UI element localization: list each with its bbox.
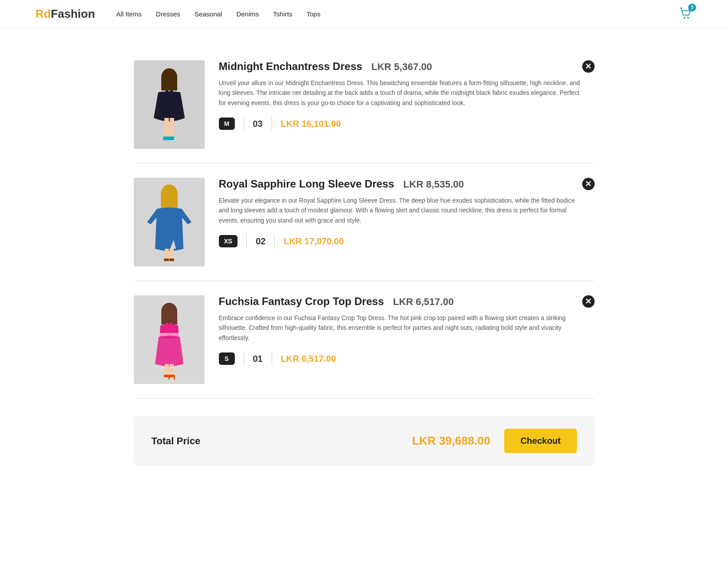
- size-badge: M: [219, 117, 235, 130]
- remove-item-button[interactable]: ✕: [582, 295, 595, 308]
- item-image: [134, 178, 205, 266]
- svg-rect-26: [170, 323, 172, 331]
- item-quantity: 03: [253, 119, 263, 129]
- svg-rect-17: [170, 249, 174, 260]
- svg-rect-15: [161, 194, 178, 209]
- dress-svg-black: [134, 60, 205, 149]
- svg-rect-28: [170, 364, 174, 376]
- item-price-unit: LKR 6,517.00: [393, 296, 454, 307]
- item-price-unit: LKR 5,367.00: [371, 61, 432, 72]
- svg-point-1: [687, 17, 689, 19]
- meta-divider: [244, 352, 244, 366]
- svg-rect-11: [168, 137, 174, 140]
- svg-rect-31: [168, 375, 170, 380]
- svg-rect-10: [163, 137, 169, 140]
- nav-tops[interactable]: Tops: [307, 10, 321, 18]
- meta-divider: [244, 117, 244, 131]
- item-meta: XS 02 LKR 17,070.00: [219, 234, 580, 248]
- item-quantity: 01: [253, 354, 263, 364]
- item-details: Midnight Enchantress Dress LKR 5,367.00 …: [205, 60, 595, 131]
- item-details: Royal Sapphire Long Sleeve Dress LKR 8,5…: [205, 178, 595, 248]
- item-price-unit: LKR 8,535.00: [403, 179, 464, 190]
- item-image: [134, 60, 205, 149]
- item-total-price: LKR 17,070.00: [284, 236, 344, 247]
- svg-rect-19: [169, 258, 174, 261]
- svg-rect-18: [164, 258, 169, 261]
- item-meta: M 03 LKR 16,101.00: [219, 117, 580, 131]
- svg-rect-16: [165, 249, 169, 260]
- nav-seasonal[interactable]: Seasonal: [195, 10, 222, 18]
- item-quantity: 02: [256, 236, 265, 247]
- item-title: Royal Sapphire Long Sleeve Dress: [219, 178, 394, 190]
- cart-button[interactable]: 3: [678, 6, 693, 22]
- nav-denims[interactable]: Denims: [236, 10, 259, 18]
- size-badge: S: [219, 352, 235, 365]
- cart-item: Royal Sapphire Long Sleeve Dress LKR 8,5…: [134, 164, 595, 281]
- logo[interactable]: RdFashion: [35, 7, 95, 21]
- item-details: Fuchsia Fantasy Crop Top Dress LKR 6,517…: [205, 295, 595, 366]
- item-image: [134, 295, 205, 384]
- cart-badge: 3: [688, 4, 696, 12]
- item-description: Embrace confidence in our Fuchsia Fantas…: [219, 313, 580, 343]
- remove-item-button[interactable]: ✕: [582, 178, 595, 190]
- svg-rect-7: [170, 90, 173, 99]
- svg-rect-5: [161, 77, 177, 90]
- item-title: Fuchsia Fantasy Crop Top Dress: [219, 295, 384, 307]
- size-badge: XS: [219, 235, 238, 247]
- meta-divider-2: [272, 117, 272, 131]
- total-price: LKR 39,688.00: [412, 434, 490, 448]
- svg-rect-27: [165, 364, 169, 376]
- nav-all-items[interactable]: All Items: [116, 10, 142, 18]
- main-content: Midnight Enchantress Dress LKR 5,367.00 …: [98, 28, 630, 483]
- total-right: LKR 39,688.00 Checkout: [412, 429, 576, 453]
- logo-fashion: Fashion: [51, 7, 95, 20]
- item-description: Unveil your allure in our Midnight Encha…: [219, 78, 580, 108]
- svg-rect-32: [174, 375, 175, 380]
- dress-svg-blue: [134, 178, 205, 266]
- item-meta: S 01 LKR 6,517.00: [219, 352, 580, 366]
- checkout-button[interactable]: Checkout: [504, 429, 576, 453]
- item-total-price: LKR 16,101.00: [281, 119, 341, 129]
- svg-point-0: [684, 17, 685, 19]
- main-nav: All Items Dresses Seasonal Denims Tshirt…: [116, 10, 678, 18]
- dress-svg-pink: [134, 295, 205, 384]
- meta-divider-2: [272, 352, 272, 366]
- cart-item: Fuchsia Fantasy Crop Top Dress LKR 6,517…: [134, 281, 595, 399]
- svg-rect-29: [164, 375, 169, 377]
- svg-rect-30: [169, 375, 174, 377]
- cart-footer: Total Price LKR 39,688.00 Checkout: [134, 416, 595, 466]
- svg-rect-25: [166, 323, 168, 331]
- svg-rect-9: [170, 118, 174, 138]
- meta-divider: [246, 234, 247, 248]
- total-label: Total Price: [152, 435, 201, 447]
- svg-rect-6: [166, 90, 168, 99]
- svg-rect-8: [164, 118, 169, 138]
- nav-dresses[interactable]: Dresses: [156, 10, 180, 18]
- nav-tshirts[interactable]: Tshirts: [273, 10, 292, 18]
- item-description: Elevate your elegance in our Royal Sapph…: [219, 196, 580, 225]
- remove-item-button[interactable]: ✕: [582, 60, 595, 73]
- cart-item: Midnight Enchantress Dress LKR 5,367.00 …: [134, 46, 595, 164]
- item-title: Midnight Enchantress Dress: [219, 60, 362, 72]
- logo-rd: Rd: [35, 7, 51, 20]
- svg-rect-23: [161, 311, 177, 325]
- meta-divider-2: [274, 234, 275, 248]
- item-total-price: LKR 6,517.00: [281, 354, 336, 364]
